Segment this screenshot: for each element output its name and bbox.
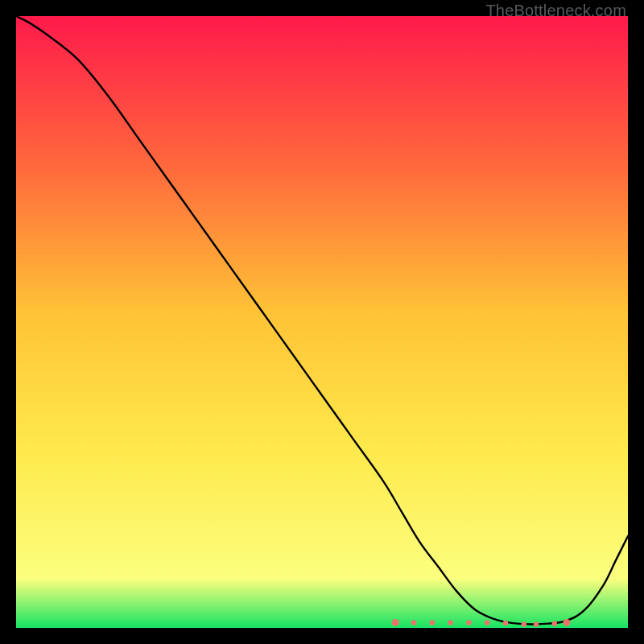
chart-stage: TheBottleneck.com (0, 0, 644, 644)
curve-dot (485, 620, 489, 625)
curve-dot (522, 621, 526, 626)
curve-dot (411, 620, 416, 625)
watermark-text: TheBottleneck.com (485, 2, 626, 20)
curve-dot (564, 619, 571, 626)
frame-right (628, 0, 644, 644)
curve-dot (466, 620, 471, 625)
curve-dot (552, 621, 557, 625)
curve-dot (503, 621, 508, 625)
bottleneck-curve (16, 16, 628, 628)
curve-dot (430, 620, 435, 625)
frame-left (0, 0, 16, 644)
curve-dot (392, 619, 399, 626)
frame-bottom (0, 628, 644, 644)
plot-area (16, 16, 628, 628)
curve-dot (448, 620, 452, 625)
curve-dot (534, 621, 539, 626)
